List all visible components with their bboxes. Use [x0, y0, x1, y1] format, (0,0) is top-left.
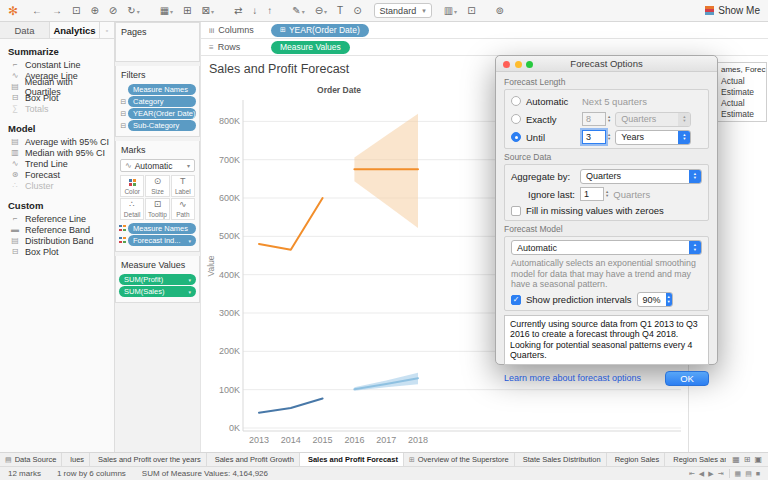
new-worksheet-button[interactable]: ▦	[732, 455, 740, 464]
show-mark-labels-icon[interactable]: T	[333, 5, 347, 17]
tab-overview-superstore[interactable]: ⊞Overview of the Superstore	[404, 453, 515, 466]
filter-pill[interactable]: Category	[128, 96, 196, 107]
until-radio[interactable]	[511, 132, 521, 142]
highlight-icon[interactable]: ✎▾	[288, 5, 308, 17]
tab-region-sales[interactable]: Region Sales	[607, 453, 666, 466]
columns-shelf[interactable]: iiiColumns ⊞ YEAR(Order Date)	[200, 22, 768, 39]
legend-item[interactable]: Estimate	[721, 87, 766, 98]
undo-icon[interactable]: ←	[28, 5, 46, 17]
toolbar-icon[interactable]	[220, 10, 228, 12]
legend-item[interactable]: Estimate	[721, 109, 766, 120]
until-unit-select[interactable]: Years ▴▾	[615, 130, 691, 145]
new-worksheet-icon[interactable]: ▦▾	[156, 5, 177, 17]
analytics-constant-line[interactable]: ⌐Constant Line	[0, 59, 114, 70]
legend-item[interactable]: Actual	[721, 98, 766, 109]
analytics-distribution-band[interactable]: ▤Distribution Band	[0, 235, 114, 246]
run-updates-icon[interactable]: ↻▾	[123, 5, 143, 17]
ok-button[interactable]: OK	[665, 371, 709, 386]
card-view-icon[interactable]: ■	[756, 470, 760, 478]
mark-pill[interactable]: Measure Names	[128, 223, 196, 234]
exactly-length-stepper[interactable]: 8 ▴▾	[582, 112, 610, 126]
filter-pill[interactable]: Sub-Category	[128, 120, 196, 131]
analytics-average-ci[interactable]: ▤Average with 95% CI	[0, 136, 114, 147]
rows-pill[interactable]: Measure Values	[271, 41, 350, 54]
filter-pill[interactable]: YEAR(Order Date)	[128, 108, 196, 119]
mark-type-select[interactable]: ∿ Automatic ▾	[120, 159, 195, 172]
grid-view-icon[interactable]: ▦	[735, 470, 742, 478]
automatic-radio[interactable]	[511, 96, 521, 106]
new-dashboard-button[interactable]: ⊞	[744, 455, 751, 464]
tooltip-button[interactable]: ⊡ Tooltip	[145, 198, 169, 220]
pause-updates-icon[interactable]: ⊘	[105, 5, 121, 17]
prev-record-icon[interactable]: ◀	[699, 470, 704, 478]
columns-pill[interactable]: ⊞ YEAR(Order Date)	[271, 24, 369, 37]
tab-data-source[interactable]: ▤Data Source	[0, 453, 62, 466]
analytics-reference-line[interactable]: ⌐Reference Line	[0, 213, 114, 224]
close-button[interactable]	[503, 61, 510, 68]
fill-missing-checkbox[interactable]	[511, 206, 521, 216]
tab-sales-profit-years[interactable]: Sales and Profit over the years	[90, 453, 207, 466]
ignore-last-stepper[interactable]: 1 ▴▾	[580, 187, 608, 201]
analytics-section-title: Model	[0, 121, 114, 136]
sort-ascending-icon[interactable]: ↓	[248, 5, 261, 17]
analytics-custom-box-plot[interactable]: ⊟Box Plot	[0, 246, 114, 257]
mark-pill[interactable]: Forecast ind...▾	[128, 235, 196, 246]
measure-pill[interactable]: SUM(Profit)▾	[119, 274, 196, 285]
exactly-unit-select[interactable]: Quarters ▴▾	[615, 112, 691, 127]
measure-pill[interactable]: SUM(Sales)▾	[119, 286, 196, 297]
model-select[interactable]: Automatic ▴▾	[511, 240, 702, 255]
zoom-button[interactable]	[526, 61, 533, 68]
toolbar-icon[interactable]	[146, 10, 154, 12]
list-view-icon[interactable]: ▤	[745, 470, 752, 478]
new-story-button[interactable]: ▣	[754, 455, 762, 464]
prediction-interval-select[interactable]: 90% ▴▾	[637, 292, 673, 307]
analytics-forecast[interactable]: ⊛Forecast	[0, 169, 114, 180]
save-icon[interactable]: ⊡	[68, 5, 84, 17]
exactly-radio[interactable]	[511, 114, 521, 124]
duplicate-sheet-icon[interactable]: ⊞	[179, 5, 195, 17]
clear-sheet-icon[interactable]: ⊠▾	[198, 5, 218, 17]
size-button[interactable]: ⊙ Size	[145, 175, 169, 197]
presentation-mode-icon[interactable]: ⊡	[463, 5, 479, 17]
collapse-pane-icon[interactable]: ▫	[100, 22, 114, 38]
filter-pill[interactable]: Measure Names	[128, 84, 196, 95]
color-button[interactable]: Color	[120, 175, 144, 197]
next-record-icon[interactable]: ▶	[708, 470, 713, 478]
redo-icon[interactable]: →	[48, 5, 66, 17]
analytics-trend-line[interactable]: ∿Trend Line	[0, 158, 114, 169]
learn-more-link[interactable]: Learn more about forecast options	[504, 373, 641, 383]
detail-button[interactable]: ∴ Detail	[120, 198, 144, 220]
toolbar-icon[interactable]	[278, 10, 286, 12]
fix-axes-icon[interactable]: ⊙	[349, 5, 365, 17]
toolbar-icon[interactable]	[482, 10, 490, 12]
legend-item[interactable]: Actual	[721, 76, 766, 87]
show-me-button[interactable]: Show Me	[705, 5, 760, 16]
first-record-icon[interactable]: ⇤	[689, 470, 695, 478]
tableau-logo-icon[interactable]: ✻	[8, 4, 18, 18]
tab-partial-lues[interactable]: lues	[62, 453, 90, 466]
label-button[interactable]: T Label	[171, 175, 195, 197]
tab-region-sales-profits[interactable]: Region Sales and Profits	[665, 453, 726, 466]
tab-state-sales-distribution[interactable]: State Sales Distribution	[515, 453, 607, 466]
analytics-median-quartiles[interactable]: ▤Median with Quartiles	[0, 81, 114, 92]
fit-width-icon[interactable]: ▥▾	[440, 5, 461, 17]
share-icon[interactable]: ⊚	[492, 5, 508, 17]
aggregate-by-select[interactable]: Quarters ▴▾	[580, 169, 702, 184]
sort-descending-icon[interactable]: ↑	[263, 5, 276, 17]
analytics-reference-band[interactable]: ▬Reference Band	[0, 224, 114, 235]
minimize-button[interactable]	[515, 61, 522, 68]
last-record-icon[interactable]: ⇥	[718, 470, 724, 478]
tab-analytics[interactable]: Analytics	[50, 22, 100, 38]
tab-data[interactable]: Data	[0, 22, 50, 38]
new-datasource-icon[interactable]: ⊕	[86, 5, 102, 17]
analytics-median-ci[interactable]: ▥Median with 95% CI	[0, 147, 114, 158]
format-icon[interactable]: ⊖▾	[311, 5, 331, 17]
rows-shelf[interactable]: ≡Rows Measure Values	[200, 39, 768, 56]
tab-sales-profit-forecast[interactable]: Sales and Profit Forecast	[300, 453, 404, 466]
until-length-stepper[interactable]: 3 ▴▾	[582, 130, 610, 144]
tab-sales-profit-growth[interactable]: Sales and Profit Growth	[207, 453, 300, 466]
prediction-intervals-checkbox[interactable]: ✓	[511, 295, 521, 305]
swap-axes-icon[interactable]: ⇄	[230, 5, 246, 17]
fit-mode-select[interactable]: Standard ▾	[374, 3, 432, 18]
path-button[interactable]: ∿ Path	[171, 198, 195, 220]
